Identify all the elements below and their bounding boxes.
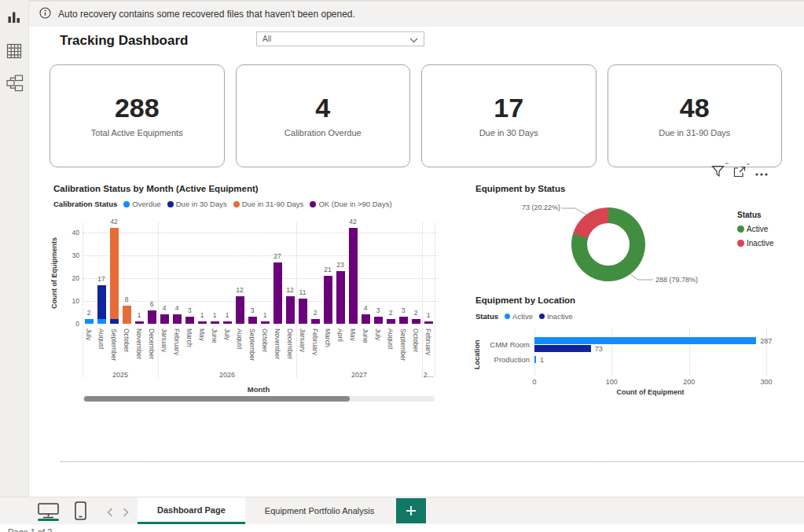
x-axis-title: Count of Equipment bbox=[534, 388, 766, 396]
mobile-view-icon[interactable] bbox=[75, 501, 86, 523]
column-bar[interactable] bbox=[85, 319, 94, 324]
data-view-icon[interactable] bbox=[6, 43, 22, 59]
month-label: June bbox=[362, 328, 369, 361]
page-title: Tracking Dashboard bbox=[60, 33, 188, 49]
bar-slot: 21 bbox=[321, 223, 334, 324]
kpi-card[interactable]: 17Due in 30 Days bbox=[421, 64, 597, 167]
month-label: August bbox=[237, 328, 244, 361]
legend-item[interactable]: Active bbox=[737, 225, 773, 233]
donut-hole bbox=[587, 223, 630, 266]
column-bar[interactable] bbox=[324, 276, 332, 324]
slicer-dropdown[interactable]: All bbox=[256, 31, 424, 46]
column-bar[interactable] bbox=[236, 296, 244, 324]
month-slot: October bbox=[120, 328, 133, 361]
kpi-card[interactable]: 288Total Active Equipments bbox=[50, 64, 225, 167]
equipment-by-location-bar-chart[interactable]: Equipment by Location StatusActiveInacti… bbox=[472, 294, 804, 410]
column-bar[interactable] bbox=[123, 306, 131, 324]
column-bar[interactable] bbox=[412, 319, 420, 324]
view-switcher-sidebar bbox=[0, 0, 29, 523]
scrollbar-thumb[interactable] bbox=[84, 396, 350, 402]
legend-item[interactable]: Due in 30 Days bbox=[167, 200, 227, 208]
column-bar[interactable] bbox=[148, 310, 156, 324]
notification-bar: Auto recovery contains some recovered fi… bbox=[29, 0, 804, 27]
month-label: July bbox=[375, 328, 382, 361]
bar-segment bbox=[324, 276, 332, 324]
add-page-button[interactable] bbox=[396, 498, 426, 523]
column-bar[interactable] bbox=[336, 271, 345, 324]
bar-segment bbox=[424, 321, 433, 324]
page-tab[interactable]: Equipment Portfolio Analysis bbox=[245, 497, 394, 524]
column-bar[interactable] bbox=[211, 321, 219, 324]
column-bar[interactable] bbox=[374, 317, 383, 324]
calibration-status-column-chart[interactable]: Calibration Status by Month (Active Equi… bbox=[50, 182, 458, 410]
column-bar[interactable] bbox=[274, 262, 282, 324]
column-bar[interactable] bbox=[173, 314, 182, 324]
filter-icon[interactable] bbox=[711, 165, 725, 181]
month-slot: July bbox=[221, 328, 233, 361]
kpi-label: Due in 31-90 Days bbox=[659, 128, 730, 138]
legend-label: Inactive bbox=[747, 239, 773, 248]
x-tick-label: 100 bbox=[600, 378, 623, 386]
bar-value-label: 12 bbox=[232, 286, 248, 294]
legend-item[interactable]: OK (Due in >90 Days) bbox=[310, 200, 391, 208]
column-bar[interactable] bbox=[223, 321, 232, 324]
month-slot: July bbox=[372, 328, 384, 361]
more-options-icon[interactable] bbox=[754, 166, 769, 180]
page-next-icon[interactable] bbox=[123, 506, 129, 520]
location-bar[interactable] bbox=[534, 356, 536, 363]
column-bar[interactable] bbox=[387, 319, 395, 324]
kpi-card[interactable]: 4Calibration Overdue bbox=[236, 64, 411, 167]
horizontal-scrollbar[interactable] bbox=[83, 396, 435, 402]
legend-dot bbox=[167, 201, 174, 207]
column-bar[interactable] bbox=[198, 321, 207, 324]
model-view-icon[interactable] bbox=[6, 75, 22, 90]
visual-title: Equipment by Location bbox=[475, 295, 575, 305]
legend-item[interactable]: Inactive bbox=[539, 312, 573, 321]
column-bar[interactable] bbox=[362, 314, 370, 324]
column-bar[interactable] bbox=[261, 321, 270, 324]
page-tab[interactable]: Dashboard Page bbox=[138, 497, 245, 524]
legend-item[interactable]: Overdue bbox=[123, 200, 160, 208]
legend-dot bbox=[233, 201, 240, 207]
bar-segment bbox=[223, 321, 232, 324]
legend-item[interactable]: Due in 31-90 Days bbox=[233, 200, 304, 208]
column-bar[interactable] bbox=[110, 228, 119, 324]
legend-label: Inactive bbox=[547, 312, 573, 321]
legend-item[interactable]: Inactive bbox=[737, 239, 773, 248]
month-label: February bbox=[174, 328, 181, 361]
focus-mode-icon[interactable] bbox=[733, 166, 746, 181]
month-label: May bbox=[199, 328, 206, 361]
column-bar[interactable] bbox=[248, 317, 257, 324]
column-bar[interactable] bbox=[349, 228, 358, 324]
kpi-label: Due in 30 Days bbox=[479, 128, 538, 138]
kpi-card[interactable]: 48Due in 31-90 Days bbox=[608, 64, 783, 167]
page-status-text: Page 1 of 2 bbox=[8, 527, 52, 532]
bar-value-label: 11 bbox=[295, 288, 310, 296]
column-bar[interactable] bbox=[135, 321, 144, 324]
legend-label: Due in 31-90 Days bbox=[242, 200, 304, 208]
slice-label-active: 288 (79.78%) bbox=[655, 276, 698, 284]
x-tick-label: 0 bbox=[523, 378, 546, 386]
bar-segment bbox=[173, 314, 182, 324]
page-tabs: Dashboard PageEquipment Portfolio Analys… bbox=[138, 497, 426, 524]
column-bar[interactable] bbox=[399, 317, 408, 324]
column-bar[interactable] bbox=[424, 321, 433, 324]
legend-item[interactable]: Active bbox=[505, 312, 533, 321]
report-view-icon[interactable] bbox=[6, 9, 22, 25]
location-bar[interactable] bbox=[534, 345, 591, 352]
column-bar[interactable] bbox=[185, 317, 194, 324]
month-slot: December bbox=[284, 328, 296, 361]
column-bar[interactable] bbox=[160, 314, 169, 324]
column-bar[interactable] bbox=[97, 285, 106, 324]
month-label: January bbox=[161, 328, 168, 361]
page-prev-icon[interactable] bbox=[107, 506, 113, 520]
column-bar[interactable] bbox=[311, 319, 320, 324]
bar-value-label: 17 bbox=[94, 275, 109, 283]
x-tick-label: 300 bbox=[754, 378, 778, 386]
location-bar[interactable] bbox=[534, 337, 756, 344]
column-bar[interactable] bbox=[286, 296, 295, 324]
gridline bbox=[534, 328, 535, 376]
column-bar[interactable] bbox=[299, 299, 307, 324]
equipment-by-status-donut[interactable]: Equipment by Status 73 (20.22%) 288 (79.… bbox=[472, 182, 804, 292]
month-label: January bbox=[299, 328, 307, 361]
